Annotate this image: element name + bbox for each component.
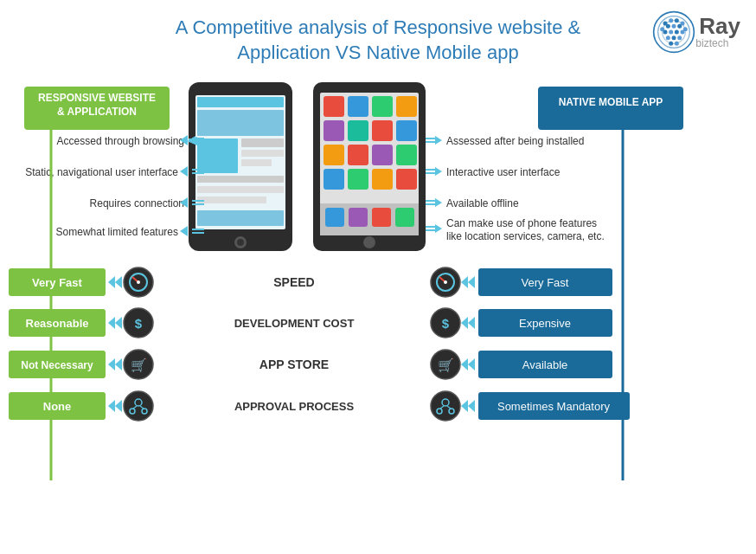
arrow-right-4 <box>426 224 442 233</box>
svg-rect-52 <box>348 169 368 190</box>
logo: Ray biztech <box>652 10 740 54</box>
svg-rect-54 <box>396 169 417 190</box>
svg-rect-48 <box>348 145 368 165</box>
svg-marker-105 <box>468 276 475 288</box>
svg-rect-25 <box>197 97 284 107</box>
cart-icon: 🛒 <box>131 358 147 373</box>
native-header: NATIVE MOBILE APP <box>559 96 663 108</box>
svg-point-8 <box>666 24 670 29</box>
svg-point-10 <box>677 24 682 29</box>
feature-left-1: Accessed through browsing <box>57 135 184 147</box>
svg-marker-138 <box>461 400 468 412</box>
svg-rect-33 <box>197 196 266 203</box>
svg-point-18 <box>677 35 682 40</box>
svg-rect-27 <box>197 138 238 173</box>
svg-point-13 <box>669 30 673 35</box>
svg-rect-34 <box>197 210 284 226</box>
approval-left-label: None <box>43 400 72 413</box>
appstore-left-label: Not Necessary <box>21 359 93 371</box>
svg-rect-41 <box>372 96 393 117</box>
feature-left-4: Somewhat limited features <box>56 226 178 238</box>
svg-point-103 <box>444 280 447 284</box>
svg-rect-29 <box>241 150 284 157</box>
svg-rect-26 <box>197 110 284 136</box>
dollar-icon-right: $ <box>442 316 450 331</box>
svg-marker-109 <box>115 317 122 329</box>
svg-marker-95 <box>115 276 122 288</box>
approval-center-label: APPROVAL PROCESS <box>234 400 355 413</box>
svg-point-20 <box>675 42 679 46</box>
logo-globe-icon <box>652 10 695 54</box>
feature-right-2: Interactive user interface <box>446 166 561 178</box>
svg-point-4 <box>669 18 673 23</box>
cost-left-label: Reasonable <box>26 317 89 330</box>
svg-rect-47 <box>324 145 344 165</box>
svg-rect-51 <box>324 169 344 190</box>
speed-center-label: SPEED <box>273 275 314 289</box>
logo-text-group: Ray biztech <box>695 15 740 49</box>
svg-marker-108 <box>108 317 115 329</box>
svg-marker-88 <box>435 224 442 233</box>
svg-marker-124 <box>108 400 115 412</box>
arrow-right-2 <box>426 167 442 176</box>
speed-right-label: Very Fast <box>522 276 569 289</box>
svg-point-99 <box>137 280 140 284</box>
svg-rect-28 <box>241 138 284 147</box>
svg-rect-39 <box>324 96 344 117</box>
svg-marker-82 <box>435 167 442 176</box>
feature-left-2: Static, navigational user interface <box>25 166 178 178</box>
svg-rect-31 <box>197 176 284 183</box>
svg-marker-121 <box>468 358 475 370</box>
svg-marker-125 <box>115 400 122 412</box>
appstore-center-label: APP STORE <box>259 358 329 371</box>
svg-point-9 <box>672 24 676 29</box>
feature-right-4a: Can make use of phone features <box>446 217 597 229</box>
svg-point-14 <box>675 30 679 35</box>
svg-rect-56 <box>325 208 344 227</box>
cost-center-label: DEVELOPMENT COST <box>234 317 355 330</box>
svg-rect-50 <box>396 145 417 165</box>
feature-right-4b: like location services, camera, etc. <box>446 230 605 242</box>
svg-marker-79 <box>435 136 442 145</box>
responsive-header: RESPONSIVE WEBSITE <box>38 92 156 104</box>
svg-marker-116 <box>108 358 115 370</box>
dollar-icon: $ <box>135 316 143 331</box>
svg-rect-46 <box>396 120 417 141</box>
cart-icon-right: 🛒 <box>438 358 454 373</box>
feature-right-3: Available offline <box>446 197 519 209</box>
svg-rect-42 <box>396 96 417 117</box>
diagram-svg: RESPONSIVE WEBSITE & APPLICATION NATIVE … <box>0 82 756 506</box>
svg-marker-139 <box>468 400 475 412</box>
responsive-header-2: & APPLICATION <box>57 106 137 118</box>
svg-point-15 <box>681 30 685 35</box>
svg-point-60 <box>363 236 375 248</box>
svg-point-5 <box>675 18 679 23</box>
svg-point-0 <box>654 12 695 53</box>
svg-marker-76 <box>180 226 188 236</box>
svg-marker-112 <box>461 317 468 329</box>
svg-rect-22 <box>538 87 683 130</box>
svg-rect-45 <box>372 120 393 141</box>
svg-rect-32 <box>197 186 284 193</box>
svg-point-19 <box>669 42 673 46</box>
svg-rect-58 <box>372 208 391 227</box>
svg-point-12 <box>663 30 668 35</box>
svg-rect-49 <box>372 145 393 165</box>
feature-left-3: Requires connection <box>90 197 184 209</box>
svg-rect-57 <box>349 208 368 227</box>
svg-rect-30 <box>241 159 272 166</box>
svg-marker-94 <box>108 276 115 288</box>
svg-marker-85 <box>435 198 442 207</box>
title-area: A Competitive analysis of Responsive web… <box>0 0 756 74</box>
svg-point-17 <box>672 35 676 40</box>
svg-rect-53 <box>372 169 393 190</box>
svg-rect-40 <box>348 96 368 117</box>
svg-marker-70 <box>180 166 188 177</box>
svg-rect-59 <box>395 208 414 227</box>
svg-rect-44 <box>348 120 368 141</box>
svg-rect-43 <box>324 120 344 141</box>
svg-marker-113 <box>468 317 475 329</box>
svg-point-16 <box>666 35 670 40</box>
svg-point-36 <box>237 239 244 246</box>
approval-right-label: Sometimes Mandatory <box>497 400 611 413</box>
